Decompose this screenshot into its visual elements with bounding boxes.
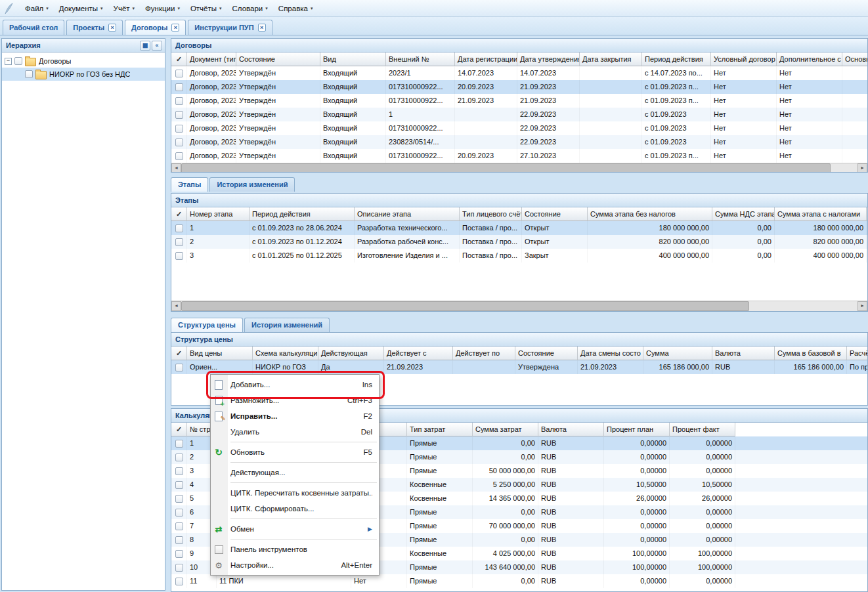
scroll-left-button[interactable]: ◄ bbox=[171, 301, 181, 311]
column-header[interactable]: Дата регистрации bbox=[455, 53, 517, 66]
column-header[interactable]: Внешний № bbox=[386, 53, 455, 66]
row-checkbox[interactable] bbox=[175, 522, 183, 530]
scrollbar-track[interactable] bbox=[181, 301, 857, 311]
tree-expander-icon[interactable]: − bbox=[5, 58, 12, 65]
hierarchy-grid-button[interactable]: ▦ bbox=[140, 41, 150, 51]
context-menu-item[interactable]: Обмен▶ bbox=[211, 521, 379, 537]
scrollbar-track[interactable] bbox=[181, 163, 857, 173]
table-row[interactable]: Договор, 2023/...УтверждёнВходящий017310… bbox=[171, 121, 867, 135]
column-header[interactable]: Дополн... bbox=[867, 207, 867, 221]
row-checkbox[interactable] bbox=[175, 564, 183, 572]
column-header[interactable]: Схема калькуляци bbox=[253, 347, 318, 360]
table-row[interactable]: 3с 01.01.2025 по 01.12.2025Изготовление … bbox=[171, 249, 867, 263]
column-header[interactable]: Состояние bbox=[236, 53, 320, 66]
column-header[interactable]: Период действия bbox=[642, 53, 711, 66]
row-checkbox[interactable] bbox=[175, 111, 183, 119]
section-tab[interactable]: История изменений bbox=[209, 177, 295, 192]
column-header[interactable]: ✓ bbox=[171, 207, 187, 221]
context-menu-item[interactable]: Размножить...Ctrl+F3 bbox=[211, 392, 379, 408]
main-tab[interactable]: Проекты× bbox=[66, 20, 123, 35]
section-tab[interactable]: Этапы bbox=[171, 177, 208, 192]
tab-close-icon[interactable]: × bbox=[108, 24, 116, 32]
context-menu-item[interactable]: УдалитьDel bbox=[211, 424, 379, 440]
row-checkbox[interactable] bbox=[175, 364, 183, 371]
column-header[interactable]: Сумма этапа с налогами bbox=[775, 207, 867, 221]
column-header[interactable]: Тип лицевого счёт bbox=[460, 207, 522, 221]
scroll-right-button[interactable]: ► bbox=[857, 163, 867, 173]
column-header[interactable]: Тип затрат bbox=[407, 423, 473, 436]
column-header[interactable]: Номер этапа bbox=[187, 207, 250, 221]
column-header[interactable]: Дата смены состо bbox=[578, 347, 643, 360]
context-menu-item[interactable]: Добавить...Ins bbox=[211, 377, 379, 392]
column-header[interactable]: Действует с bbox=[384, 347, 453, 360]
row-checkbox[interactable] bbox=[175, 97, 183, 105]
table-row[interactable]: 2с 01.09.2023 по 01.12.2024Разработка ра… bbox=[171, 235, 867, 249]
column-header[interactable]: Условный договор bbox=[711, 53, 777, 66]
column-header[interactable]: Состояние bbox=[515, 347, 578, 360]
column-header[interactable]: Состояние bbox=[522, 207, 588, 221]
column-header[interactable]: Действующая bbox=[318, 347, 384, 360]
column-header[interactable]: Сумма этапа без налогов bbox=[588, 207, 712, 221]
column-header[interactable]: Документ (тип, № bbox=[187, 53, 236, 66]
column-header[interactable]: Процент план bbox=[604, 423, 670, 436]
row-checkbox[interactable] bbox=[175, 454, 183, 461]
menubar-item[interactable]: Отчёты▾ bbox=[185, 3, 227, 14]
column-header[interactable]: Расчёт... bbox=[847, 347, 867, 360]
table-row[interactable]: Договор, 2023/...УтверждёнВходящий017310… bbox=[171, 80, 867, 94]
table-row[interactable]: 1111 ПКИНетПрямые0,00RUB0,000000,00000 bbox=[171, 574, 867, 588]
tree-checkbox[interactable] bbox=[25, 70, 33, 78]
context-menu-item[interactable]: Исправить...F2 bbox=[211, 408, 379, 424]
context-menu-item[interactable]: ЦИТК. Пересчитать косвенные затраты... bbox=[211, 485, 379, 501]
column-header[interactable]: Сумма затрат bbox=[473, 423, 538, 436]
menubar-item[interactable]: Файл▾ bbox=[20, 3, 54, 14]
row-checkbox[interactable] bbox=[175, 550, 183, 558]
context-menu-item[interactable]: Панель инструментов bbox=[211, 541, 379, 557]
row-checkbox[interactable] bbox=[175, 481, 183, 489]
row-checkbox[interactable] bbox=[175, 495, 183, 503]
row-checkbox[interactable] bbox=[175, 440, 183, 448]
column-header[interactable]: ✓ bbox=[171, 347, 187, 360]
menubar-item[interactable]: Учёт▾ bbox=[108, 3, 140, 14]
tree-node[interactable]: НИОКР по ГОЗ без НДС bbox=[2, 68, 165, 81]
column-header[interactable]: Вид bbox=[320, 53, 386, 66]
table-row[interactable]: Договор, 2023/...УтверждёнВходящий017310… bbox=[171, 149, 867, 163]
scroll-left-button[interactable]: ◄ bbox=[171, 163, 181, 173]
column-header[interactable]: Дата закрытия bbox=[580, 53, 642, 66]
collapse-panel-button[interactable]: « bbox=[152, 41, 162, 51]
menubar-item[interactable]: Словари▾ bbox=[227, 3, 273, 14]
row-checkbox[interactable] bbox=[175, 152, 183, 160]
column-header[interactable]: Период действия bbox=[250, 207, 355, 221]
row-checkbox[interactable] bbox=[175, 536, 183, 544]
menubar-item[interactable]: Функции▾ bbox=[140, 3, 185, 14]
contracts-hscrollbar[interactable]: ◄ ► bbox=[171, 163, 867, 173]
context-menu-item[interactable]: ОбновитьF5 bbox=[211, 444, 379, 460]
table-row[interactable]: Договор, 2023/...УтверждёнВходящий122.09… bbox=[171, 108, 867, 121]
row-checkbox[interactable] bbox=[175, 83, 183, 91]
tab-close-icon[interactable]: × bbox=[258, 24, 266, 32]
row-checkbox[interactable] bbox=[175, 138, 183, 146]
scroll-right-button[interactable]: ► bbox=[857, 301, 867, 311]
column-header[interactable]: Сумма bbox=[643, 347, 712, 360]
column-header[interactable]: Валюта bbox=[538, 423, 604, 436]
main-tab[interactable]: Договоры× bbox=[125, 20, 186, 35]
column-header[interactable]: Дата утверждения bbox=[517, 53, 580, 66]
row-checkbox[interactable] bbox=[175, 578, 183, 585]
column-header[interactable]: Вид цены bbox=[187, 347, 253, 360]
column-header[interactable]: ✓ bbox=[171, 423, 187, 436]
column-header[interactable]: Описание этапа bbox=[355, 207, 460, 221]
tree-checkbox[interactable] bbox=[14, 57, 22, 65]
tab-close-icon[interactable]: × bbox=[171, 24, 179, 32]
column-header[interactable]: Процент факт bbox=[670, 423, 735, 436]
main-tab[interactable]: Рабочий стол bbox=[3, 20, 64, 35]
context-menu-item[interactable]: ЦИТК. Сформировать... bbox=[211, 501, 379, 517]
table-row[interactable]: Договор, 2023/...УтверждёнВходящий2023/1… bbox=[171, 66, 867, 80]
row-checkbox[interactable] bbox=[175, 238, 183, 246]
row-checkbox[interactable] bbox=[175, 70, 183, 77]
table-row[interactable]: Договор, 2023/...УтверждёнВходящий017310… bbox=[171, 94, 867, 108]
column-header[interactable]: Основн... bbox=[842, 53, 867, 66]
row-checkbox[interactable] bbox=[175, 125, 183, 133]
section-tab[interactable]: Структура цены bbox=[171, 318, 243, 332]
table-row[interactable]: 1с 01.09.2023 по 28.06.2024Разработка те… bbox=[171, 221, 867, 235]
tree-node[interactable]: −Договоры bbox=[2, 54, 165, 68]
column-header[interactable]: Действует по bbox=[453, 347, 515, 360]
